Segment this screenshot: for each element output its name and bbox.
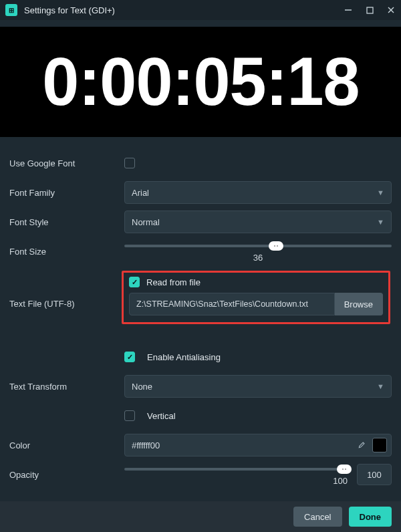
chevron-down-icon: ▼ <box>377 188 384 196</box>
vertical-row: Vertical <box>9 403 392 428</box>
text-transform-select[interactable]: None ▼ <box>124 375 392 398</box>
use-google-font-checkbox[interactable] <box>124 158 135 168</box>
vertical-label: Vertical <box>147 411 176 421</box>
font-style-label: Font Style <box>9 217 124 227</box>
font-size-label: Font Size <box>9 247 124 257</box>
color-value: #ffffff00 <box>132 440 352 450</box>
opacity-slider-value: 100 <box>124 476 352 486</box>
maximize-icon[interactable] <box>365 5 374 15</box>
antialias-row: Enable Antialiasing <box>9 344 392 370</box>
close-icon[interactable] <box>386 5 396 15</box>
color-input[interactable]: #ffffff00 <box>124 434 392 456</box>
font-size-value: 36 <box>124 253 392 263</box>
cancel-button[interactable]: Cancel <box>293 507 342 527</box>
browse-button[interactable]: Browse <box>335 293 383 315</box>
font-family-row: Font Family Arial ▼ <box>9 180 392 205</box>
chevron-down-icon: ▼ <box>377 382 384 390</box>
eyedropper-icon[interactable] <box>358 440 367 451</box>
svg-rect-1 <box>367 7 373 13</box>
text-transform-value: None <box>132 382 152 392</box>
text-file-input[interactable]: Z:\STREAMING\Snaz\TextFiles\Countdown.tx… <box>129 293 335 315</box>
text-file-value: Z:\STREAMING\Snaz\TextFiles\Countdown.tx… <box>136 299 308 309</box>
chevron-down-icon: ▼ <box>377 218 384 226</box>
read-from-file-label: Read from file <box>146 277 200 287</box>
font-style-row: Font Style Normal ▼ <box>9 209 392 235</box>
font-family-label: Font Family <box>9 188 124 198</box>
read-from-file-highlight: Read from file Z:\STREAMING\Snaz\TextFil… <box>122 271 390 324</box>
preview-text: 0:00:05:18 <box>42 43 359 121</box>
dialog-footer: Cancel Done <box>0 501 401 532</box>
settings-form: Use Google Font Font Family Arial ▼ Font… <box>0 137 401 532</box>
done-button[interactable]: Done <box>349 507 392 527</box>
font-family-select[interactable]: Arial ▼ <box>124 181 392 204</box>
antialias-label: Enable Antialiasing <box>147 352 221 362</box>
use-google-font-label: Use Google Font <box>9 158 124 168</box>
antialias-checkbox[interactable] <box>124 352 135 362</box>
window-controls <box>344 5 396 15</box>
text-transform-label: Text Transform <box>9 382 124 392</box>
opacity-slider[interactable]: 100 <box>124 464 352 486</box>
read-from-file-checkbox[interactable] <box>129 277 140 287</box>
text-file-label: Text File (UTF-8) <box>9 299 124 309</box>
font-size-slider[interactable]: 36 <box>124 241 392 263</box>
use-google-font-row: Use Google Font <box>9 150 392 176</box>
window-title: Settings for Text (GDI+) <box>24 5 344 15</box>
font-family-value: Arial <box>132 188 149 198</box>
color-label: Color <box>9 440 124 450</box>
app-icon: ⊞ <box>5 4 17 16</box>
font-style-select[interactable]: Normal ▼ <box>124 211 392 233</box>
slider-thumb[interactable] <box>269 241 283 251</box>
opacity-input[interactable]: 100 <box>357 464 392 485</box>
slider-thumb[interactable] <box>337 464 352 474</box>
preview-panel: 0:00:05:18 <box>0 27 401 137</box>
font-size-row: Font Size 36 <box>9 239 392 264</box>
text-transform-row: Text Transform None ▼ <box>9 374 392 399</box>
opacity-label: Opacity <box>9 470 124 480</box>
minimize-icon[interactable] <box>344 5 353 15</box>
vertical-checkbox[interactable] <box>124 410 135 421</box>
color-swatch[interactable] <box>372 438 387 452</box>
titlebar: ⊞ Settings for Text (GDI+) <box>0 0 401 20</box>
color-row: Color #ffffff00 <box>9 432 392 458</box>
opacity-row: Opacity 100 100 <box>9 462 392 487</box>
font-style-value: Normal <box>132 217 160 227</box>
